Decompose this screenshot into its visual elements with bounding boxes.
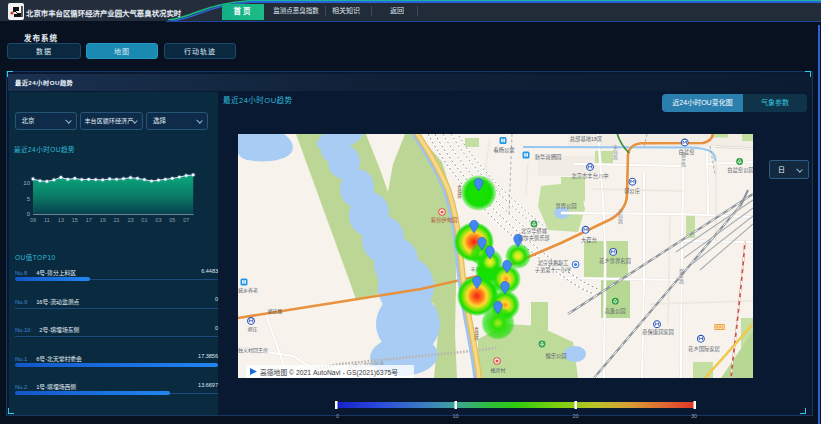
svg-text:高鑫公园: 高鑫公园 xyxy=(604,307,625,315)
svg-text:槐房村: 槐房村 xyxy=(490,367,505,374)
svg-text:郭公庄: 郭公庄 xyxy=(624,187,641,195)
svg-text:北京市丰台八中: 北京市丰台八中 xyxy=(571,172,608,180)
svg-text:燕保康润家园: 燕保康润家园 xyxy=(642,328,674,336)
svg-text:09: 09 xyxy=(30,217,36,223)
svg-text:看杨公寓: 看杨公寓 xyxy=(493,146,514,154)
svg-text:独义村回王房: 独义村回王房 xyxy=(238,347,268,354)
svg-text:新华双拥园: 新华双拥园 xyxy=(535,153,562,161)
svg-text:11: 11 xyxy=(44,217,50,223)
svg-text:07: 07 xyxy=(183,217,189,223)
svg-text:10: 10 xyxy=(23,180,30,186)
svg-text:5: 5 xyxy=(27,196,31,202)
svg-text:北京铁路职工: 北京铁路职工 xyxy=(537,259,568,267)
svg-text:05: 05 xyxy=(169,217,175,223)
svg-text:03: 03 xyxy=(155,217,161,223)
svg-text:郭庄路: 郭庄路 xyxy=(268,308,283,315)
svg-text:花乡世界名园: 花乡世界名园 xyxy=(599,257,631,265)
svg-text:10: 10 xyxy=(452,413,458,419)
svg-text:青塔环: 青塔环 xyxy=(457,184,462,200)
svg-text:15: 15 xyxy=(72,217,78,223)
svg-text:20: 20 xyxy=(572,413,578,419)
svg-text:城乡养老: 城乡养老 xyxy=(238,287,258,294)
svg-text:高德地图 © 2021 AutoNavi - GS(2021: 高德地图 © 2021 AutoNavi - GS(2021)6375号 xyxy=(260,368,398,377)
svg-text:郭庄: 郭庄 xyxy=(247,326,257,333)
svg-text:0: 0 xyxy=(336,413,339,419)
svg-text:紫谷伊甸园: 紫谷伊甸园 xyxy=(431,216,458,224)
svg-text:19: 19 xyxy=(100,217,106,223)
svg-text:樊羊路: 樊羊路 xyxy=(680,151,686,168)
svg-text:子弟第十一小学: 子弟第十一小学 xyxy=(535,266,571,274)
svg-text:世界公园: 世界公园 xyxy=(555,202,576,210)
svg-text:17: 17 xyxy=(86,217,92,223)
svg-text:01: 01 xyxy=(141,217,147,223)
svg-text:30: 30 xyxy=(691,413,697,419)
svg-text:21: 21 xyxy=(114,217,120,223)
svg-text:樊羊路: 樊羊路 xyxy=(678,268,684,285)
svg-text:23: 23 xyxy=(127,217,133,223)
svg-text:白盆窑公园: 白盆窑公园 xyxy=(727,166,753,174)
svg-text:总部基地18区: 总部基地18区 xyxy=(570,135,603,143)
svg-text:高尔夫俱乐部: 高尔夫俱乐部 xyxy=(518,234,549,242)
svg-text:13: 13 xyxy=(58,217,64,223)
svg-text:槐乐公园: 槐乐公园 xyxy=(546,352,567,360)
svg-text:北京华侨城: 北京华侨城 xyxy=(521,227,548,235)
svg-text:S326: S326 xyxy=(714,325,725,330)
svg-text:花乡国际家居: 花乡国际家居 xyxy=(688,345,720,353)
svg-text:丰科路: 丰科路 xyxy=(617,208,623,225)
svg-text:大葆台: 大葆台 xyxy=(581,236,597,244)
svg-text:丰科路: 丰科路 xyxy=(612,144,618,161)
svg-text:青塔环: 青塔环 xyxy=(474,326,479,342)
